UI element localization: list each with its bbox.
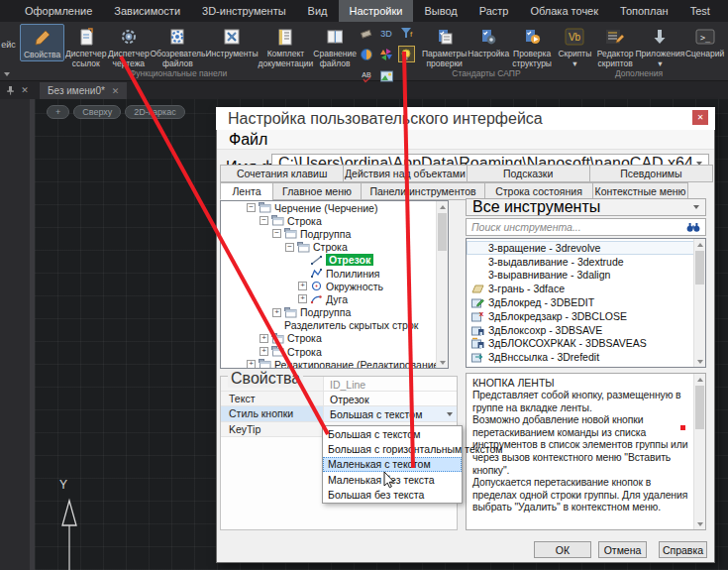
ribbon-button-Диспетчер[interactable]: Диспетчер чертежа — [107, 24, 150, 68]
ribbon-button-Свойства[interactable]: Свойства — [20, 24, 64, 61]
dialog-button-Справка[interactable]: Справка — [659, 541, 707, 558]
ribbon-tab-Test[interactable]: Test — [679, 0, 721, 22]
ribbon-tab-Растр[interactable]: Растр — [468, 0, 520, 22]
image-icon[interactable] — [378, 67, 395, 84]
dropdown-option-Большая без текста[interactable]: Большая без текста — [323, 488, 462, 503]
ribbon-button-Сравнение[interactable]: Сравнение файлов — [313, 24, 357, 68]
tool-item[interactable]: ЗдВнссылка - 3Drefedit — [467, 350, 705, 364]
tree-node-Строка[interactable]: +Строка — [221, 345, 448, 358]
pinwheel-icon[interactable] — [378, 46, 395, 62]
ribbon-button-Комплект[interactable]: Комплект документации — [259, 24, 314, 68]
tool-item[interactable]: 3-грань - 3dface — [467, 282, 705, 295]
scroll-up-icon[interactable] — [697, 378, 703, 382]
dialog-tab-Псевдонимы[interactable]: Псевдонимы — [589, 165, 713, 182]
collapse-icon[interactable]: − — [247, 203, 256, 212]
globe-icon[interactable] — [359, 46, 375, 62]
tool-item[interactable]: 3-вращение - 3drevolve — [467, 241, 705, 255]
tools-scrollbar[interactable] — [693, 239, 705, 367]
viewport-pill-2D-каркас[interactable]: 2D-каркас — [125, 105, 184, 119]
tool-item[interactable]: ЗдБлокред - 3DBEDIT — [467, 295, 705, 309]
scroll-up-icon[interactable] — [697, 243, 703, 247]
tree-node-Дуга[interactable]: +Дуга — [221, 292, 448, 305]
ribbon-tab-Зависимости[interactable]: Зависимости — [103, 0, 191, 22]
scroll-up-icon[interactable] — [440, 205, 446, 209]
expand-icon[interactable]: + — [298, 282, 307, 290]
ribbon-tab-Настройки[interactable]: Настройки — [339, 0, 414, 22]
expand-icon[interactable]: + — [260, 334, 268, 343]
tab-close-icon[interactable]: ✕ — [112, 86, 120, 96]
collapse-icon[interactable]: − — [272, 229, 281, 238]
description-scrollbar[interactable] — [693, 374, 705, 529]
tool-item[interactable]: ЗдБЛОКСОХРКАК - 3DBSAVEAS — [467, 337, 705, 351]
collapse-icon[interactable]: − — [260, 216, 268, 225]
ribbon-button-Приложения[interactable]: Приложения ▾ — [636, 24, 685, 68]
viewport-pill-Сверху[interactable]: Сверху — [73, 105, 121, 119]
scrollbar-thumb[interactable] — [438, 213, 447, 251]
ribbon-button-Диспетчер[interactable]: Диспетчер ссылок — [64, 24, 107, 68]
tree-node-Черчение (Черчение)[interactable]: −Черчение (Черчение) — [221, 201, 448, 214]
ribbon-left-clipped-button[interactable]: ейс — [0, 40, 17, 50]
ribbon-button-Инструменты[interactable]: Инструменты — [205, 24, 258, 59]
ribbon-button-Проверка[interactable]: Проверка структуры — [510, 24, 554, 68]
tools-list[interactable]: 3-вращение - 3drevolve3-выдавливание - 3… — [466, 238, 706, 368]
tree-node-Строка[interactable]: −Строка — [221, 241, 448, 254]
dropdown-option-Большая с текстом[interactable]: Большая с текстом — [323, 426, 462, 441]
ribbon-button-Обозреватель[interactable]: Обозреватель файлов — [150, 24, 205, 68]
tree-node-Строка[interactable]: +Строка — [221, 332, 448, 345]
ribbon-tab-Облака точек[interactable]: Облака точек — [519, 0, 609, 22]
dialog-button-ОК[interactable]: ОК — [534, 541, 591, 558]
scrollbar-thumb[interactable] — [695, 251, 704, 285]
ribbon-tab-Топоплан[interactable]: Топоплан — [609, 0, 679, 22]
expand-icon[interactable]: + — [247, 360, 256, 369]
chevron-down-icon[interactable] — [447, 412, 453, 416]
dialog-tab-Лента[interactable]: Лента — [220, 182, 273, 200]
dialog-close-button[interactable]: ✕ — [692, 110, 708, 125]
ribbon-tab-Оформление[interactable]: Оформление — [14, 0, 103, 22]
scrollbar-thumb[interactable] — [695, 386, 704, 429]
expand-icon[interactable]: + — [298, 294, 307, 303]
tool-item[interactable]: 3-выдавливание - 3dextrude — [467, 255, 705, 269]
ribbon-button-Настройка[interactable]: Настройка — [467, 24, 510, 59]
ribbon-tab-Вывод[interactable]: Вывод — [413, 0, 468, 22]
tree-scrollbar[interactable] — [436, 201, 448, 368]
pin-icon[interactable] — [6, 85, 15, 95]
dialog-tab-Действия над объектами[interactable]: Действия над объектами — [343, 165, 467, 182]
dialog-button-Отмена[interactable]: Отмена — [598, 541, 647, 558]
dialog-tab-Подсказки[interactable]: Подсказки — [467, 165, 590, 182]
expand-icon[interactable]: + — [272, 308, 281, 317]
scroll-down-icon[interactable] — [440, 361, 446, 365]
viewport-pill-+[interactable]: + — [47, 105, 69, 119]
tool-item[interactable]: xЗдБлокредзакр - 3DBCLOSE — [467, 309, 705, 323]
panel-splitter[interactable] — [30, 99, 35, 570]
dropdown-option-Маленькая без текста[interactable]: Маленькая без текста — [323, 472, 462, 487]
tool-item[interactable]: ЗдБлоксохр - 3DBSAVE — [467, 323, 705, 337]
tree-node-Окружность[interactable]: +Окружность — [221, 280, 448, 292]
ribbon-structure-tree[interactable]: −Черчение (Черчение)−Строка−Подгруппа−Ст… — [220, 200, 449, 369]
dialog-tab-Главное меню[interactable]: Главное меню — [272, 182, 362, 200]
tools-filter-combobox[interactable]: Все инструменты — [466, 198, 706, 216]
tool-item[interactable]: 3-выравнивание - 3dalign — [467, 269, 705, 283]
scroll-down-icon[interactable] — [697, 522, 703, 526]
scroll-down-icon[interactable] — [697, 360, 703, 364]
filter-icon[interactable]: f — [398, 24, 415, 41]
ribbon-tab-Вид[interactable]: Вид — [297, 0, 339, 22]
dialog-tab-Сочетания клавиш[interactable]: Сочетания клавиш — [220, 165, 344, 182]
tree-node-Подгруппа[interactable]: +Подгруппа — [221, 306, 448, 319]
button-style-dropdown[interactable]: Большая с текстомБольшая с горизонтальны… — [322, 425, 463, 504]
collapse-icon[interactable]: − — [285, 243, 294, 252]
ribbon-button-Сценарий[interactable]: >_Сценарий — [684, 24, 725, 59]
tree-node-Разделитель скрытых строк[interactable]: Разделитель скрытых строк — [221, 319, 448, 332]
expand-icon[interactable]: + — [260, 347, 268, 356]
3d-orbit-icon[interactable]: 3D — [378, 24, 395, 41]
dropdown-option-Большая с горизонтальным текстом[interactable]: Большая с горизонтальным текстом — [323, 441, 462, 456]
binoculars-search-icon[interactable] — [686, 221, 700, 233]
tool-search-field[interactable]: Поиск инструмента... — [466, 218, 706, 236]
dialog-title-bar[interactable]: Настройка пользовательского интерфейса — [216, 107, 715, 130]
tree-node-Подгруппа[interactable]: −Подгруппа — [221, 227, 448, 240]
ribbon-button-Параметры[interactable]: Параметры проверки — [422, 24, 467, 68]
property-row-Стиль кнопки[interactable]: Стиль кнопкиБольшая с текстом — [221, 406, 457, 421]
ribbon-button-Редактор[interactable]: Редактор скриптов — [595, 24, 636, 68]
document-tab[interactable]: Без имени0* ✕ — [40, 82, 127, 99]
tree-node-Строка[interactable]: −Строка — [221, 214, 448, 227]
ribbon-tab-3D-инструменты[interactable]: 3D-инструменты — [191, 0, 297, 22]
